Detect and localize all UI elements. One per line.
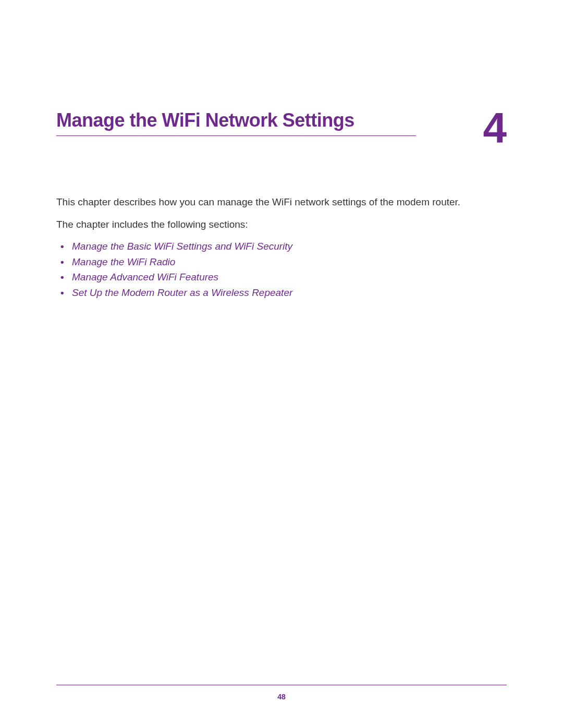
section-link[interactable]: Manage Advanced WiFi Features [72, 269, 507, 285]
chapter-title: Manage the WiFi Network Settings [56, 109, 416, 136]
footer-rule [56, 685, 507, 685]
chapter-header: Manage the WiFi Network Settings 4 [56, 109, 507, 136]
section-link[interactable]: Set Up the Modem Router as a Wireless Re… [72, 285, 507, 300]
sections-intro-text: The chapter includes the following secti… [56, 218, 507, 232]
chapter-number: 4 [483, 106, 507, 149]
section-link[interactable]: Manage the Basic WiFi Settings and WiFi … [72, 239, 507, 254]
page-number: 48 [0, 693, 563, 701]
section-list: Manage the Basic WiFi Settings and WiFi … [56, 239, 507, 300]
chapter-intro-text: This chapter describes how you can manag… [56, 195, 507, 209]
section-link[interactable]: Manage the WiFi Radio [72, 254, 507, 269]
